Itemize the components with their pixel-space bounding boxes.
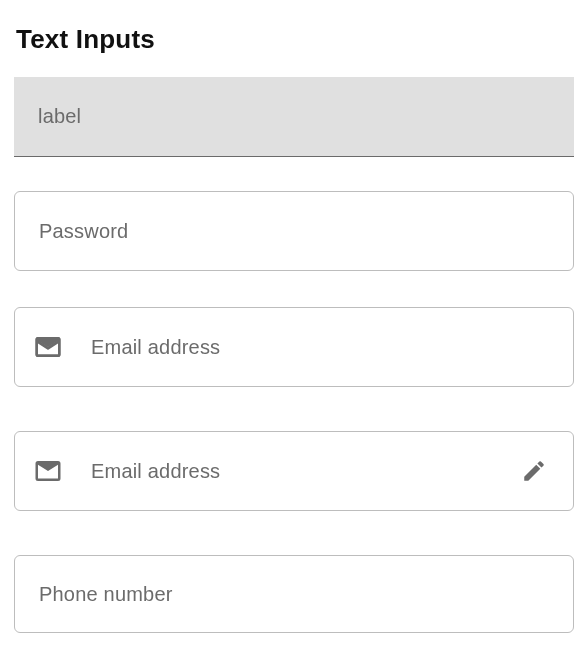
- label-field-container: [14, 77, 574, 157]
- email-field-container: [14, 307, 574, 387]
- email-input[interactable]: [89, 308, 555, 386]
- email-edit-field-container: [14, 431, 574, 511]
- phone-input[interactable]: [37, 556, 555, 632]
- label-input[interactable]: [36, 77, 556, 156]
- phone-field-container: [14, 555, 574, 633]
- email-edit-input[interactable]: [89, 432, 511, 510]
- mail-icon: [33, 456, 63, 486]
- section-title: Text Inputs: [16, 24, 574, 55]
- pencil-edit-icon[interactable]: [519, 456, 549, 486]
- password-input[interactable]: [37, 192, 555, 270]
- password-field-container: [14, 191, 574, 271]
- mail-icon: [33, 332, 63, 362]
